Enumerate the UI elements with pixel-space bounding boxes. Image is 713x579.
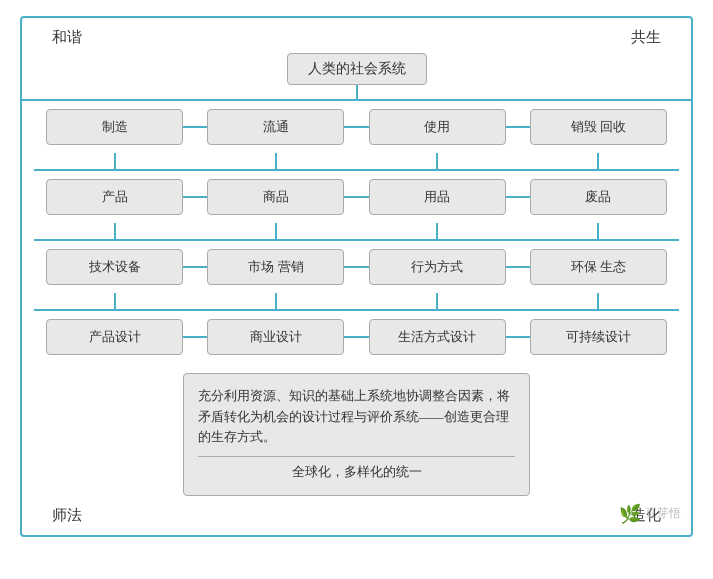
box-grid-section: 制造 流通 使用 销毁 回收 <box>22 101 691 363</box>
box-cell-3-4: 环保 生态 <box>518 249 679 285</box>
box-cell-4-4: 可持续设计 <box>518 319 679 355</box>
box-cell-2-4: 废品 <box>518 179 679 215</box>
box-cell-4-2: 商业设计 <box>195 319 356 355</box>
vconn-3-4 <box>34 293 679 309</box>
watermark: 🌿 豆芽悟 <box>619 503 681 525</box>
top-center-box: 人类的社会系统 <box>287 53 427 85</box>
box-cell-4-1: 产品设计 <box>34 319 195 355</box>
box-cell-3-1: 技术设备 <box>34 249 195 285</box>
box-cell-1-3: 使用 <box>357 109 518 145</box>
bottom-label-left: 师法 <box>52 506 82 525</box>
bottom-text-area: 充分利用资源、知识的基础上系统地协调整合因素，将矛盾转化为机会的设计过程与评价系… <box>22 373 691 496</box>
top-vconnector <box>356 85 358 99</box>
boxes-row-1: 制造 流通 使用 销毁 回收 <box>34 101 679 153</box>
box-cell-2-2: 商品 <box>195 179 356 215</box>
page-card: 和谐 共生 人类的社会系统 制造 <box>0 0 713 579</box>
box-cell-3-2: 市场 营销 <box>195 249 356 285</box>
bottom-quote: 全球化，多样化的统一 <box>198 462 516 483</box>
box-cell-1-1: 制造 <box>34 109 195 145</box>
bottom-text-box: 充分利用资源、知识的基础上系统地协调整合因素，将矛盾转化为机会的设计过程与评价系… <box>183 373 531 496</box>
box-cell-2-1: 产品 <box>34 179 195 215</box>
box-cell-3-3: 行为方式 <box>357 249 518 285</box>
bottom-labels: 师法 造化 <box>22 502 691 535</box>
boxes-row-4: 产品设计 商业设计 生活方式设计 可持续设计 <box>34 311 679 363</box>
watermark-icon: 🌿 <box>619 503 641 525</box>
boxes-row-2: 产品 商品 用品 废品 <box>34 171 679 223</box>
diagram-main: 和谐 共生 人类的社会系统 制造 <box>16 16 697 537</box>
vconn-1-2 <box>34 153 679 169</box>
vconn-2-3 <box>34 223 679 239</box>
top-label-right: 共生 <box>631 28 661 47</box>
boxes-row-3: 技术设备 市场 营销 行为方式 环保 生态 <box>34 241 679 293</box>
top-label-left: 和谐 <box>52 28 82 47</box>
box-cell-1-4: 销毁 回收 <box>518 109 679 145</box>
outer-border: 和谐 共生 人类的社会系统 制造 <box>20 16 693 537</box>
box-cell-4-3: 生活方式设计 <box>357 319 518 355</box>
bottom-divider <box>198 456 516 457</box>
box-cell-2-3: 用品 <box>357 179 518 215</box>
box-cell-1-2: 流通 <box>195 109 356 145</box>
